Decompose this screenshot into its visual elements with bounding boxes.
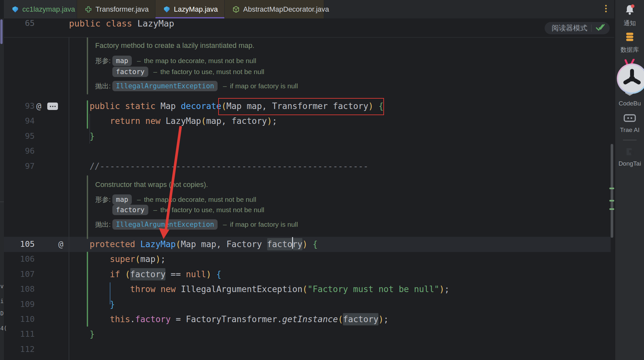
code-line[interactable]: if (factory == null) { — [69, 267, 221, 282]
javadoc-description: Factory method to create a lazily instan… — [95, 41, 254, 50]
javadoc-param-row: 形参:map–the map to decorate, must not be … — [95, 55, 256, 67]
code-line[interactable]: super(map); — [69, 252, 165, 267]
line-number: 97 — [10, 159, 35, 174]
interface-icon — [85, 6, 92, 13]
annotation-gutter-icon[interactable]: @ — [36, 99, 41, 114]
left-panel-scrollbar-thumb[interactable] — [0, 19, 3, 44]
more-options-kebab-icon[interactable] — [604, 5, 607, 12]
param-chip: factory — [112, 205, 148, 215]
stripe-item--[interactable]: 通知 — [615, 4, 644, 27]
javadoc-dash: – — [223, 82, 227, 90]
editor-vertical-scrollbar[interactable] — [611, 144, 613, 238]
double-check-icon[interactable] — [595, 23, 605, 33]
code-line[interactable]: return new LazyMap(map, factory); — [69, 114, 277, 128]
stripe-item-label: 通知 — [624, 19, 636, 27]
clipped-edge-text: D — [0, 310, 4, 317]
dongtai-icon — [625, 146, 635, 158]
reader-pill-divider — [591, 25, 592, 32]
left-panel-divider — [0, 202, 4, 202]
tab-abstractmapdecorator-java[interactable]: AbstractMapDecorator.java — [225, 0, 324, 18]
tabbar-left-notch — [0, 0, 4, 18]
code-line[interactable]: } — [69, 327, 95, 342]
javadoc-param-description: the factory to use, must not be null — [160, 68, 264, 76]
javadoc-border — [87, 175, 88, 239]
tab-bar: cc1lazymap.javaTransformer.javaLazyMap.j… — [4, 0, 614, 18]
javadoc-section-label: 抛出: — [95, 220, 112, 229]
line-number: 109 — [10, 297, 35, 312]
line-number: 106 — [10, 252, 35, 267]
javadoc-dash: – — [153, 206, 157, 214]
abstract-class-icon — [232, 6, 240, 13]
tab-lazymap-java[interactable]: LazyMap.java× — [155, 0, 225, 18]
code-line[interactable]: } — [69, 297, 115, 312]
reader-mode-button[interactable]: 阅读器模式 — [545, 22, 610, 34]
tab-label: Transformer.java — [96, 5, 149, 14]
stripe-item--[interactable]: 数据库 — [615, 32, 644, 54]
line-number: 95 — [10, 129, 35, 144]
stripe-item-label: 数据库 — [621, 46, 639, 54]
javadoc-section-label: 形参: — [95, 56, 112, 65]
scrollbar-change-mark — [609, 188, 614, 189]
clipped-edge-text: v — [0, 283, 4, 289]
floating-assistant-logo[interactable] — [617, 63, 644, 94]
code-editor[interactable]: Factory method to create a lazily instan… — [4, 37, 614, 360]
ide-window: cc1lazymap.javaTransformer.javaLazyMap.j… — [0, 0, 644, 360]
line-number: 110 — [10, 312, 35, 327]
param-chip: map — [112, 56, 132, 66]
triskelion-icon — [618, 65, 644, 93]
annotation-gutter-icon[interactable]: @ — [58, 237, 63, 252]
javadoc-border — [87, 37, 88, 94]
tab-transformer-java[interactable]: Transformer.java — [77, 0, 155, 18]
javadoc-param-description: the factory to use, must not be null — [160, 206, 264, 214]
stripe-item-label: Trae AI — [620, 126, 640, 134]
tool-window-stripe: 通知数据库MavenCodeBuTrae AIDongTai — [615, 0, 644, 360]
code-line[interactable]: protected LazyMap(Map map, Factory facto… — [69, 237, 318, 252]
line-number: 107 — [10, 267, 35, 282]
scrollbar-change-mark — [609, 208, 614, 210]
trae-ai-icon — [623, 113, 636, 124]
tab-label: LazyMap.java — [174, 5, 218, 14]
stripe-divider — [623, 140, 637, 140]
tab-cc1lazymap-java[interactable]: cc1lazymap.java — [4, 0, 77, 18]
javadoc-dash: – — [137, 57, 141, 65]
database-icon — [625, 32, 635, 43]
line-number: 108 — [10, 282, 35, 297]
doc-render-toggle-icon[interactable] — [47, 103, 58, 110]
param-chip: factory — [112, 67, 148, 77]
tab-label: cc1lazymap.java — [22, 5, 75, 14]
class-icon — [163, 6, 170, 13]
line-number: 94 — [10, 114, 35, 128]
javadoc-dash: – — [223, 221, 227, 228]
code-line[interactable]: throw new IllegalArgumentException("Fact… — [69, 282, 449, 297]
javadoc-section-label: 抛出: — [95, 82, 112, 91]
line-number: 93 — [10, 99, 35, 114]
stripe-item-label: CodeBu — [619, 100, 641, 107]
param-chip: map — [112, 194, 132, 205]
javadoc-section-label: 形参: — [95, 195, 112, 204]
red-box-annotation — [218, 98, 384, 115]
exception-chip[interactable]: IllegalArgumentException — [112, 219, 218, 230]
javadoc-dash: – — [153, 68, 157, 76]
javadoc-param-row: factory–the factory to use, must not be … — [95, 66, 264, 78]
javadoc-param-description: the map to decorate, must not be null — [144, 57, 256, 65]
javadoc-param-description: if map or factory is null — [230, 221, 298, 228]
javadoc-dash: – — [137, 196, 141, 203]
line-number: 111 — [10, 327, 35, 342]
javadoc-description: Constructor that wraps (not copies). — [95, 180, 208, 189]
code-line[interactable]: } — [69, 129, 95, 144]
line-number: 96 — [10, 144, 35, 158]
javadoc-param-row: 抛出:IllegalArgumentException–if map or fa… — [95, 80, 298, 92]
code-line[interactable]: this.factory = FactoryTransformer.getIns… — [69, 312, 389, 327]
stripe-item-trae-ai[interactable]: Trae AI — [615, 113, 644, 134]
clipped-edge-text: 4( — [0, 325, 7, 332]
line-number: 112 — [10, 342, 35, 357]
code-line[interactable]: //--------------------------------------… — [69, 159, 368, 174]
left-panel-sliver: viD4( — [0, 18, 4, 360]
exception-chip[interactable]: IllegalArgumentException — [112, 81, 218, 91]
class-icon — [12, 6, 19, 13]
stripe-item-dongtai[interactable]: DongTai — [615, 146, 644, 167]
javadoc-param-row: 形参:map–the map to decorate, must not be … — [95, 194, 256, 205]
clipped-edge-text: i — [0, 298, 4, 304]
reader-mode-label: 阅读器模式 — [552, 23, 587, 33]
scrollbar-change-mark — [609, 200, 614, 202]
